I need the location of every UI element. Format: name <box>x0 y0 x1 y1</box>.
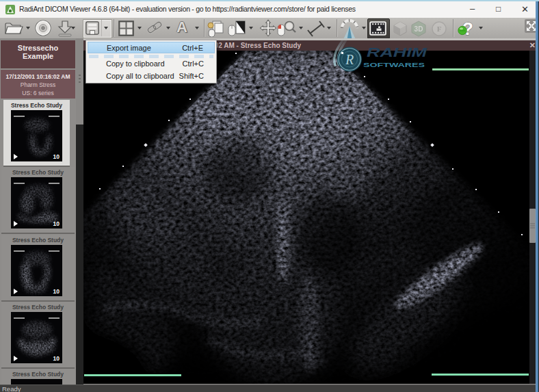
svg-text:SOFTWARES: SOFTWARES <box>363 61 425 68</box>
svg-text:RAHIM: RAHIM <box>367 46 428 60</box>
svg-text:R: R <box>345 52 354 67</box>
svg-text:F: F <box>437 25 442 33</box>
svg-text:3D: 3D <box>415 25 423 33</box>
